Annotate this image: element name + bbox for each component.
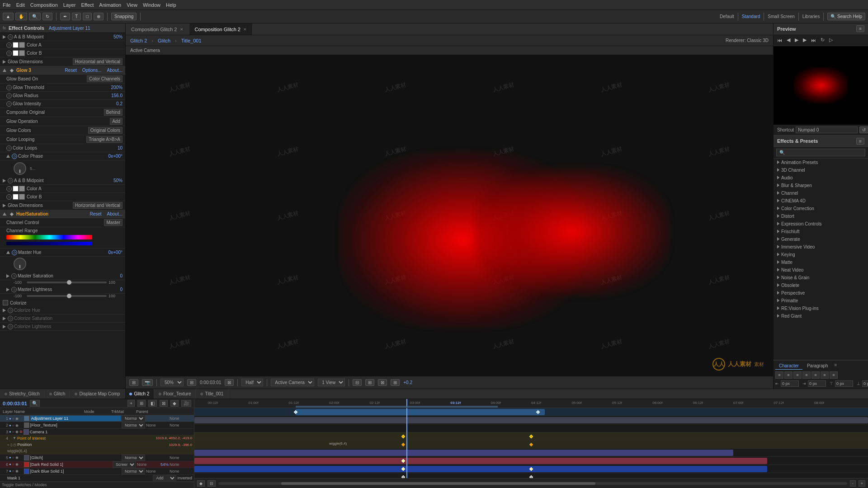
- tool-select[interactable]: ▲: [3, 13, 14, 20]
- zoom-select[interactable]: 50%: [160, 379, 184, 386]
- tl-layer-6[interactable]: 6 ● ○ ◉ [Dark Red Solid 1] Screen None 5…: [0, 461, 194, 468]
- tl-layer-expand-4[interactable]: ▼: [13, 436, 16, 440]
- tl-layer-lock-2[interactable]: ○: [12, 423, 14, 427]
- tl-scrollbar[interactable]: [218, 482, 847, 485]
- tool-zoom[interactable]: 🔍: [29, 13, 41, 20]
- tl-zoom-out-btn[interactable]: -: [850, 480, 856, 487]
- fx-item-immersive[interactable]: Immersive Video: [774, 243, 868, 251]
- render-mode-btn[interactable]: ⊟: [353, 379, 362, 386]
- ram-preview-btn[interactable]: ▷: [828, 36, 834, 44]
- master-sat-thumb[interactable]: [67, 280, 71, 285]
- align-justify2-btn[interactable]: ≡: [830, 371, 838, 379]
- tl-tab-displace[interactable]: Displace Map Comp: [70, 389, 125, 399]
- color-a-stopwatch[interactable]: ◷: [6, 42, 12, 48]
- tl-tab-floor[interactable]: Floor_Texture: [154, 389, 196, 399]
- glow-dim2-value[interactable]: Horizontal and Vertical: [73, 202, 123, 209]
- align-center-btn[interactable]: ≡: [784, 371, 793, 379]
- search-help-btn[interactable]: 🔍 Search Help: [827, 13, 865, 20]
- tool-text[interactable]: T: [72, 13, 81, 20]
- tl-layer-vis-1[interactable]: ●: [9, 417, 11, 421]
- glow-dim-twirl[interactable]: [3, 60, 6, 64]
- loop-btn[interactable]: ↻: [820, 36, 826, 44]
- quality-select[interactable]: Half: [241, 379, 263, 386]
- master-light-twirl[interactable]: [6, 288, 9, 291]
- breadcrumb-title001[interactable]: Title_001: [181, 38, 202, 43]
- tl-layer-lock-6[interactable]: ○: [12, 462, 14, 466]
- tl-layer-2[interactable]: 2 ● ○ ◉ [Floor_Texture] Normal None None: [0, 422, 194, 429]
- tab-close-1[interactable]: ✕: [180, 27, 184, 32]
- menu-view[interactable]: View: [127, 2, 137, 8]
- master-light-value[interactable]: 0: [120, 287, 123, 292]
- tl-bar-7[interactable]: [194, 466, 767, 472]
- color-phase-value[interactable]: 0x+00°: [108, 154, 123, 159]
- color-a-swatch1[interactable]: [13, 42, 19, 48]
- step-fwd-btn[interactable]: ▶: [802, 36, 807, 44]
- tl-layer-1[interactable]: 1 ● ○ ◉ Adjustment Layer 11 Normal None: [0, 415, 194, 422]
- master-hue-dial[interactable]: [14, 258, 26, 270]
- glow-threshold-value[interactable]: 200%: [111, 85, 123, 90]
- color-looping-value[interactable]: Triangle A>B>A: [86, 136, 123, 143]
- go-to-end-btn[interactable]: ⏭: [810, 37, 817, 44]
- color-loops-value[interactable]: 10: [118, 145, 123, 150]
- master-light-track[interactable]: [27, 295, 107, 297]
- col-sat-sw[interactable]: ◷: [8, 316, 13, 321]
- master-sat-track[interactable]: [27, 282, 107, 283]
- master-sat-sw[interactable]: ◷: [11, 273, 17, 279]
- indent-after-input[interactable]: [862, 380, 868, 387]
- color-b2-sw[interactable]: ◷: [6, 194, 12, 200]
- fx-item-distort[interactable]: Distort: [774, 212, 868, 220]
- tl-layer-8[interactable]: Mask 1 Add Inverted: [0, 475, 194, 482]
- tl-mode-5[interactable]: Normal: [122, 455, 145, 461]
- composite-orig-value[interactable]: Behind: [104, 109, 123, 116]
- color-a2-sw2[interactable]: [19, 186, 25, 192]
- tl-layer-lock-3[interactable]: ○: [12, 430, 14, 434]
- play-stop-btn[interactable]: ▶: [794, 36, 799, 44]
- color-b-swatch1[interactable]: [13, 50, 19, 56]
- tl-comment-btn[interactable]: ⊟: [208, 480, 216, 487]
- color-phase-twirl[interactable]: [6, 155, 10, 158]
- tool-pen[interactable]: ✒: [60, 13, 70, 20]
- fx-item-obsolete[interactable]: Obsolete: [774, 282, 868, 289]
- tool-hand[interactable]: ✋: [15, 13, 27, 20]
- ab-midpoint-stopwatch[interactable]: ◷: [8, 34, 13, 40]
- hue-sat-reset[interactable]: Reset: [90, 211, 101, 216]
- master-light-sw[interactable]: ◷: [11, 287, 17, 292]
- preview-panel-menu[interactable]: ≡: [856, 25, 864, 32]
- fx-item-revision[interactable]: RE:Vision Plug-ins: [774, 305, 868, 312]
- tl-layer-lock-5[interactable]: ○: [12, 455, 14, 460]
- tl-new-layer-btn[interactable]: +: [127, 400, 135, 407]
- tl-mode-btn[interactable]: ◧: [148, 400, 157, 407]
- tl-tab-title001[interactable]: Title_001: [196, 389, 228, 399]
- colorize-checkbox[interactable]: [3, 300, 8, 305]
- glow-radius-sw[interactable]: ◷: [6, 93, 12, 99]
- tl-layer-vis-3[interactable]: ●: [9, 430, 11, 434]
- glow-dim2-twirl[interactable]: [3, 204, 6, 207]
- glow3-about[interactable]: About...: [107, 68, 123, 73]
- tl-layer-solo-6[interactable]: ◉: [15, 462, 19, 466]
- shortcut-input[interactable]: [796, 127, 858, 133]
- shortcut-reset-btn[interactable]: ↺: [859, 127, 868, 133]
- tool-rotate[interactable]: ↻: [42, 13, 52, 20]
- tl-zoom-in-btn[interactable]: +: [859, 480, 865, 487]
- channel-ctrl-value[interactable]: Master: [104, 219, 123, 226]
- para-panel-menu[interactable]: ≡: [835, 362, 837, 370]
- ab-midpoint2-twirl[interactable]: [3, 179, 6, 183]
- color-a2-sw[interactable]: ◷: [6, 186, 12, 192]
- fx-item-cinema4d[interactable]: CINEMA 4D: [774, 197, 868, 205]
- snapping-toggle[interactable]: Snapping: [111, 13, 137, 20]
- tl-layer-3[interactable]: 3 ● ○ ◉ ⊙ Camera 1: [0, 429, 194, 435]
- glow-intensity-sw[interactable]: ◷: [6, 101, 12, 107]
- tl-layer-7[interactable]: 7 ● ○ ◉ [Dark Blue Solid 1] Normal None …: [0, 468, 194, 475]
- tl-layer-name-5[interactable]: [Glitch]: [30, 455, 121, 460]
- workspace-small-screen[interactable]: Small Screen: [768, 14, 794, 19]
- views-select[interactable]: 1 View: [318, 379, 345, 386]
- fx-item-frischluft[interactable]: Frischluft: [774, 228, 868, 235]
- align-justify-all-btn[interactable]: ≡: [811, 371, 820, 379]
- snapshot-btn[interactable]: 📷: [142, 379, 153, 386]
- para-tab[interactable]: Paragraph: [803, 362, 832, 370]
- tl-add-marker-btn[interactable]: ◆: [197, 480, 205, 487]
- fx-item-perspective[interactable]: Perspective: [774, 289, 868, 297]
- fx-item-channel[interactable]: Channel: [774, 189, 868, 197]
- color-phase-dial[interactable]: [14, 162, 26, 175]
- color-b-stopwatch[interactable]: ◷: [6, 51, 12, 56]
